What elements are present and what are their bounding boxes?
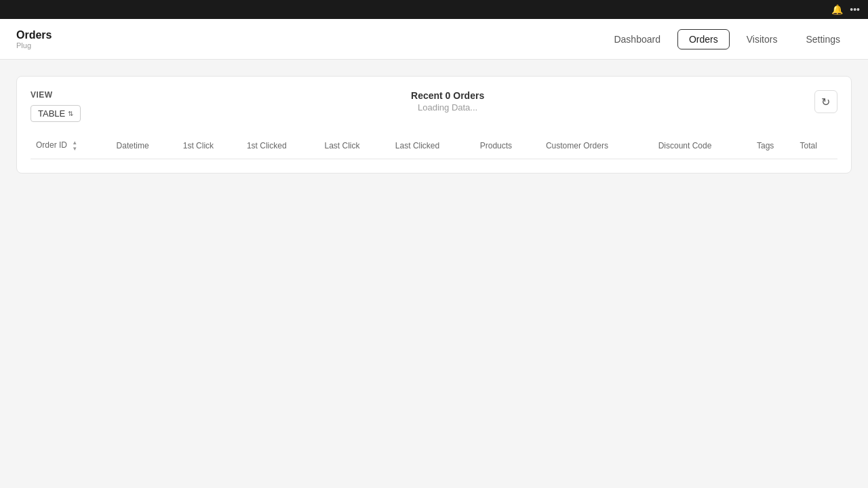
col-total: Total	[794, 133, 837, 159]
main-content: View TABLE ⇅ Recent 0 Orders Loading Dat…	[0, 60, 868, 190]
orders-status: Recent 0 Orders Loading Data...	[411, 90, 484, 113]
col-order-id[interactable]: Order ID ▲▼	[31, 133, 111, 159]
col-datetime: Datetime	[111, 133, 178, 159]
table-head: Order ID ▲▼ Datetime 1st Click 1st Click…	[31, 133, 837, 159]
refresh-button[interactable]: ↻	[814, 90, 837, 113]
chevron-up-down-icon: ⇅	[68, 110, 73, 117]
notification-icon[interactable]: 🔔	[831, 4, 843, 15]
app-title-section: Orders Plug	[16, 29, 52, 49]
view-label: View	[31, 90, 81, 100]
col-products: Products	[475, 133, 540, 159]
nav-item-dashboard[interactable]: Dashboard	[602, 29, 672, 49]
col-1st-clicked: 1st Clicked	[241, 133, 319, 159]
col-last-clicked: Last Clicked	[390, 133, 475, 159]
orders-card: View TABLE ⇅ Recent 0 Orders Loading Dat…	[16, 76, 852, 174]
col-tags: Tags	[751, 133, 794, 159]
view-section: View TABLE ⇅	[31, 90, 81, 122]
col-discount-code: Discount Code	[653, 133, 751, 159]
col-customer-orders: Customer Orders	[540, 133, 653, 159]
col-last-click: Last Click	[319, 133, 390, 159]
refresh-icon: ↻	[821, 96, 830, 108]
more-icon[interactable]: •••	[850, 4, 860, 15]
app-subtitle: Plug	[16, 41, 52, 49]
top-bar: 🔔 •••	[0, 0, 868, 19]
app-title: Orders	[16, 29, 52, 41]
orders-loading: Loading Data...	[411, 102, 484, 113]
table-selector-label: TABLE	[38, 108, 65, 119]
main-nav: Dashboard Orders Visitors Settings	[602, 29, 852, 49]
header: Orders Plug Dashboard Orders Visitors Se…	[0, 19, 868, 60]
card-header: View TABLE ⇅ Recent 0 Orders Loading Dat…	[31, 90, 837, 122]
table-container: Order ID ▲▼ Datetime 1st Click 1st Click…	[31, 133, 837, 159]
col-1st-click: 1st Click	[178, 133, 241, 159]
nav-item-orders[interactable]: Orders	[677, 29, 730, 49]
table-header-row: Order ID ▲▼ Datetime 1st Click 1st Click…	[31, 133, 837, 159]
orders-table: Order ID ▲▼ Datetime 1st Click 1st Click…	[31, 133, 837, 159]
table-selector-button[interactable]: TABLE ⇅	[31, 105, 81, 122]
sort-icon-order-id: ▲▼	[72, 140, 77, 152]
orders-count: Recent 0 Orders	[411, 90, 484, 101]
nav-item-visitors[interactable]: Visitors	[735, 29, 789, 49]
nav-item-settings[interactable]: Settings	[794, 29, 852, 49]
